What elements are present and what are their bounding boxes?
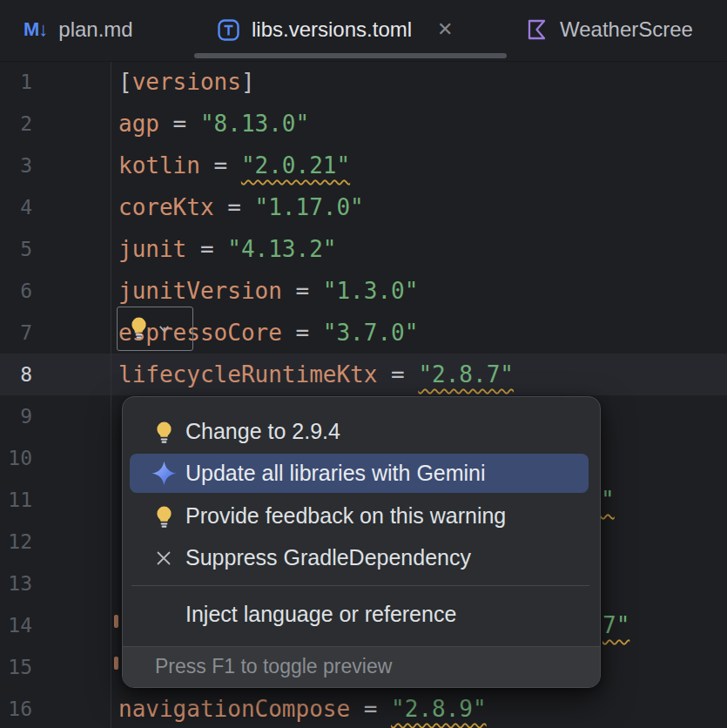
code-line[interactable]: [versions] [118,61,255,103]
line-number[interactable]: 16 [0,688,32,728]
code-fragment: 7" [602,604,629,646]
code-token: "3.7.0" [323,320,419,346]
code-line[interactable]: coreKtx = "1.17.0" [118,186,364,228]
popup-item-inject[interactable]: Inject language or reference [130,595,589,634]
tab-label: libs.versions.toml [252,17,412,42]
occluded-code-sliver [114,615,118,628]
ide-window: M↓plan.mdlibs.versions.toml✕WeatherScree… [0,0,727,728]
line-number[interactable]: 6 [0,270,32,312]
line-number[interactable]: 14 [0,604,32,646]
code-token: "4.13.2" [227,236,336,262]
markdown-icon: M↓ [24,18,47,41]
code-token: kotlin [118,152,200,179]
intention-popup: Change to 2.9.4Update all libraries with… [122,396,601,688]
gutter-separator [111,61,111,728]
lightbulb-icon [127,315,151,343]
code-token: "1.17.0" [255,194,364,220]
code-token: lifecycleRuntimeKtx [118,361,377,388]
code-token: versions [132,69,241,95]
popup-footer-hint: Press F1 to toggle preview [123,646,600,687]
code-token: = [186,236,227,262]
code-token: = [200,152,241,179]
line-number[interactable]: 4 [0,186,32,228]
line-number[interactable]: 12 [0,521,32,563]
popup-divider [131,585,589,586]
line-number[interactable]: 9 [0,395,32,437]
popup-item-label: Change to 2.9.4 [185,419,340,444]
line-number[interactable]: 5 [0,228,32,270]
line-number[interactable]: 13 [0,563,32,604]
tab-plan-md[interactable]: M↓plan.md [24,0,133,59]
code-token: ] [241,69,255,95]
code-token: = [159,111,200,137]
kotlin-icon [526,17,549,42]
toml-icon [217,18,240,42]
code-token: agp [118,111,159,137]
line-number[interactable]: 10 [0,437,32,479]
code-line[interactable]: kotlin = "2.0.21" [118,145,350,186]
code-token-warning: "2.8.9" [391,696,487,722]
code-token: [ [118,69,132,95]
popup-item-provide[interactable]: Provide feedback on this warning [130,496,589,536]
line-number[interactable]: 3 [0,145,32,186]
popup-item-label: Provide feedback on this warning [185,503,506,529]
suppress-icon [149,548,178,569]
occluded-code-sliver [114,657,118,670]
code-token: "1.3.0" [323,278,419,304]
line-number[interactable]: 7 [0,312,32,354]
code-line[interactable]: junit = "4.13.2" [118,228,336,270]
code-token: navigationCompose [118,696,350,722]
code-token: coreKtx [118,194,214,220]
intention-bulb-widget[interactable] [117,307,193,351]
chevron-down-icon[interactable] [157,321,172,336]
code-line[interactable]: junitVersion = "1.3.0" [118,270,418,312]
code-line[interactable]: agp = "8.13.0" [118,103,309,145]
line-number[interactable]: 8 [0,354,32,395]
code-token: = [282,278,323,304]
line-number[interactable]: 1 [0,61,32,103]
code-token: = [377,361,418,388]
editor-tab-bar: M↓plan.mdlibs.versions.toml✕WeatherScree [0,0,727,62]
code-fragment: " [601,479,615,521]
lightbulb-icon [149,504,178,529]
code-line[interactable]: navigationCompose = "2.8.9" [118,688,487,728]
code-token: = [214,194,255,220]
popup-item-suppress[interactable]: Suppress GradleDependency [130,538,589,577]
code-token: junit [118,236,186,262]
code-token-warning: "2.8.7" [418,361,514,388]
popup-item-change[interactable]: Change to 2.9.4 [130,412,589,451]
code-token: "8.13.0" [200,111,309,137]
line-number[interactable]: 11 [0,479,32,521]
tab-weatherscree[interactable]: WeatherScree [526,0,693,59]
code-token: = [282,320,323,346]
popup-item-label: Suppress GradleDependency [185,545,471,570]
tab-label: plan.md [58,17,132,42]
code-line[interactable]: lifecycleRuntimeKtx = "2.8.7" [118,354,514,395]
tab-label: WeatherScree [560,17,693,42]
close-icon[interactable]: ✕ [437,20,453,39]
tab-libs-versions-toml[interactable]: libs.versions.toml✕ [217,0,454,59]
popup-item-label: Inject language or reference [185,602,456,627]
code-token: = [350,696,391,722]
gemini-icon [149,460,178,487]
popup-item-update[interactable]: Update all libraries with Gemini [130,454,589,493]
line-number[interactable]: 2 [0,103,32,145]
code-token: junitVersion [118,278,282,304]
popup-item-label: Update all libraries with Gemini [185,461,486,486]
line-number[interactable]: 15 [0,646,32,688]
code-token-warning: "2.0.21" [241,152,350,179]
lightbulb-icon [149,420,178,444]
